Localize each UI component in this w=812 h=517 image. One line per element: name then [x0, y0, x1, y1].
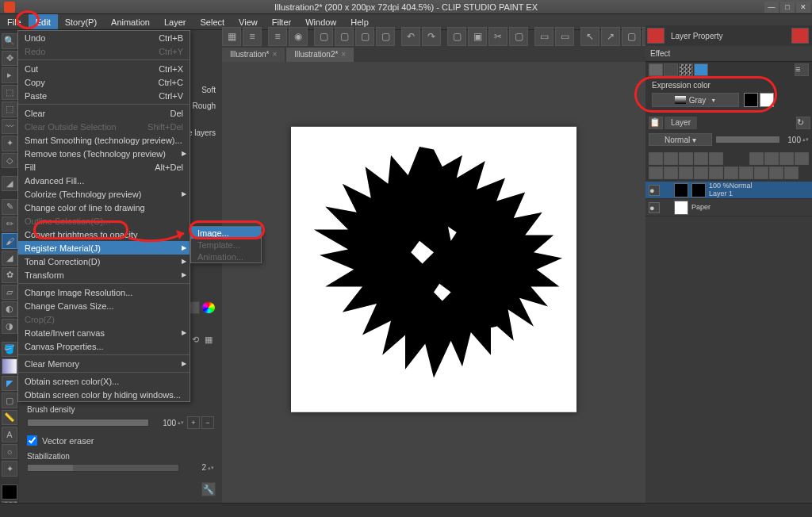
preset-rough[interactable]: Rough [193, 101, 216, 110]
flip-icon[interactable]: ▢ [622, 27, 641, 46]
ruler-tool-icon[interactable]: 📏 [2, 410, 17, 426]
submenu-item-image-[interactable]: Image... [191, 227, 261, 239]
effect-border-icon[interactable] [649, 63, 663, 76]
opacity-value[interactable]: 100 [783, 136, 801, 144]
rotate-l-icon[interactable]: ↖ [580, 27, 599, 46]
layer-icon[interactable]: 📋 [649, 117, 663, 129]
pencil-tool-icon[interactable]: ✏ [2, 216, 17, 232]
lyr-btn-3[interactable] [679, 152, 693, 165]
stepper-icon[interactable]: ▴▾ [178, 419, 184, 426]
brush-tool-icon[interactable]: 🖌 [2, 233, 17, 249]
lyr-btn-8[interactable] [779, 152, 794, 165]
lyr-btn-6[interactable] [749, 152, 764, 165]
panel-icon[interactable] [791, 28, 809, 44]
lyr-btn-5[interactable] [709, 152, 723, 165]
preset-soft[interactable]: Soft [201, 86, 216, 94]
doc-icon[interactable]: ▢ [376, 27, 395, 46]
density-slider[interactable] [27, 419, 149, 427]
lyr-btn-7[interactable] [764, 152, 779, 165]
opacity-slider[interactable] [715, 136, 780, 144]
lyr-btn-1[interactable] [649, 152, 663, 165]
db-icon[interactable]: ≡ [268, 27, 287, 46]
menu-file[interactable]: File [0, 14, 29, 29]
layer-property-tab[interactable]: Layer Property [671, 32, 723, 40]
operation-tool-icon[interactable]: ▸ [2, 67, 17, 83]
menu-item-obtain-screen-color-by-h[interactable]: Obtain screen color by hiding windows... [18, 388, 190, 401]
cut-icon[interactable]: ✂ [488, 27, 508, 46]
grid-icon[interactable]: ▦ [222, 27, 241, 46]
new-icon[interactable]: ▢ [314, 27, 333, 46]
lock-icon[interactable]: ▦ [205, 335, 216, 346]
clear-icon[interactable]: ▢ [447, 27, 466, 46]
eraser-tool-icon[interactable]: ▱ [2, 285, 17, 301]
minus-icon[interactable]: − [201, 416, 214, 429]
menu-item-smart-smoothing-technolo[interactable]: Smart Smoothing (technology preview)... [18, 133, 190, 147]
close-icon[interactable]: × [272, 50, 277, 59]
blend-mode-dropdown[interactable]: Normal ▾ [649, 133, 712, 146]
menu-item-undo[interactable]: UndoCtrl+B [18, 31, 190, 44]
page-icon[interactable]: ▢ [509, 27, 528, 46]
layer-row[interactable]: ● Paper [645, 199, 812, 216]
menu-item-cut[interactable]: CutCtrl+X [18, 62, 190, 75]
menu-item-change-canvas-size-[interactable]: Change Canvas Size... [18, 299, 190, 312]
shrink-tool-icon[interactable]: ◇ [2, 153, 17, 169]
menu-item-change-color-of-line-to-[interactable]: Change color of line to drawing [18, 201, 190, 214]
hand-icon[interactable]: ▭ [555, 27, 574, 46]
stepper-icon[interactable]: ▴▾ [208, 465, 214, 471]
lyr-down-icon[interactable] [784, 167, 799, 179]
menu-item-change-image-resolution-[interactable]: Change Image Resolution... [18, 285, 190, 299]
maximize-button[interactable]: □ [780, 2, 795, 13]
color-wheel-icon[interactable] [201, 301, 216, 314]
redo-icon[interactable]: ↷ [422, 27, 441, 46]
deco-tool-icon[interactable]: ✿ [2, 267, 17, 283]
menu-item-transform[interactable]: Transform▶ [18, 268, 190, 281]
stabilization-slider[interactable] [27, 464, 179, 472]
expr-swatch-black[interactable] [744, 93, 758, 107]
lyr-ruler-icon[interactable] [724, 167, 738, 179]
menu-item-paste[interactable]: PasteCtrl+V [18, 89, 190, 102]
menu-animation[interactable]: Animation [104, 14, 157, 29]
pen-tool-icon[interactable]: ✎ [2, 199, 17, 215]
close-icon[interactable]: × [341, 50, 346, 59]
move-tool-icon[interactable]: ✥ [2, 51, 17, 67]
rotate-r-icon[interactable]: ↗ [601, 27, 620, 46]
outside-icon[interactable]: ▣ [468, 27, 487, 46]
expr-swatch-white[interactable] [760, 93, 774, 107]
menu-item-clear-memory[interactable]: Clear Memory▶ [18, 357, 190, 370]
text-tool-icon[interactable]: A [2, 427, 17, 442]
add-icon[interactable]: + [187, 416, 200, 429]
lyr-mask-icon[interactable] [709, 167, 723, 179]
lyr-btn-2[interactable] [664, 152, 678, 165]
marquee-tool-icon[interactable]: ⬚ [2, 101, 17, 117]
undo-icon[interactable]: ↶ [401, 27, 420, 46]
menu-story[interactable]: Story(P) [58, 14, 104, 29]
effect-expr-icon[interactable] [694, 63, 708, 76]
visibility-icon[interactable]: ● [649, 185, 660, 196]
stabilization-value[interactable]: 2 [184, 463, 206, 472]
effect-layer-color-icon[interactable] [679, 63, 693, 76]
layer-tab[interactable]: Layer [665, 117, 697, 129]
lyr-paste-icon[interactable] [739, 167, 753, 179]
frame-tool-icon[interactable]: ▢ [2, 393, 17, 408]
canvas-tab-0[interactable]: Illustration*× [222, 48, 285, 62]
menu-item-remove-tones-technology-[interactable]: Remove tones (Technology preview)▶ [18, 147, 190, 160]
wrench-icon[interactable]: 🔧 [201, 482, 216, 496]
fill-tool-icon[interactable]: 🪣 [2, 342, 17, 358]
cloud-icon[interactable]: ◉ [289, 27, 308, 46]
effect-tone-icon[interactable] [664, 63, 678, 76]
artboard[interactable] [291, 127, 576, 412]
save-icon[interactable]: ▢ [355, 27, 374, 46]
menu-item-rotate-invert-canvas[interactable]: Rotate/Invert canvas▶ [18, 326, 190, 339]
canvas-tab-1[interactable]: Illustration2*× [286, 48, 354, 62]
menu-item-tonal-correction-d-[interactable]: Tonal Correction(D)▶ [18, 255, 190, 268]
menu-item-advanced-fill-[interactable]: Advanced Fill... [18, 174, 190, 187]
effect-menu-icon[interactable]: ≡ [795, 63, 809, 76]
menu-layer[interactable]: Layer [157, 14, 193, 29]
minimize-button[interactable]: — [764, 2, 779, 13]
lyr-merge-icon[interactable] [694, 167, 708, 179]
wand-tool-icon[interactable]: ✦ [2, 136, 17, 151]
list-icon[interactable]: ≡ [243, 27, 262, 46]
layer-row[interactable]: ● 100 %NormalLayer 1 [645, 182, 812, 199]
correct-tool-icon[interactable]: ✦ [2, 461, 17, 477]
eyedropper-icon[interactable]: ◢ [2, 176, 17, 192]
